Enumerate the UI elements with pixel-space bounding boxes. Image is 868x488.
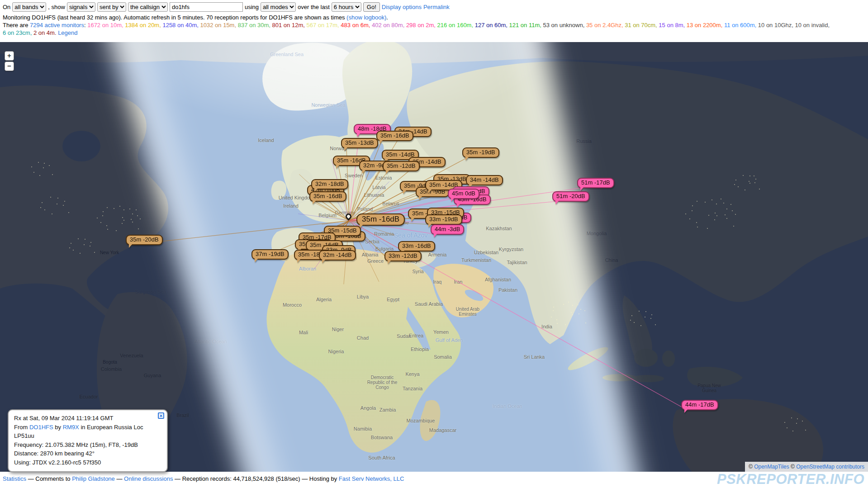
active-monitors-link[interactable]: 7294 active monitors (30, 22, 84, 28)
band-count: 298 on 2m, (406, 22, 437, 28)
zoom-in-button[interactable]: + (5, 51, 14, 61)
go-button[interactable]: Go! (363, 2, 380, 12)
band-count: 1384 on 20m, (125, 22, 162, 28)
reception-balloon[interactable]: 35m -16dB (356, 213, 405, 226)
openstreetmap-link[interactable]: OpenStreetMap contributors (796, 464, 864, 470)
on-label: On (3, 3, 10, 11)
band-count: 13 on 2200m, (687, 22, 724, 28)
band-count: 567 on 17m, (306, 22, 341, 28)
balloon-layer: 34m -14dB48m -18dB35m -16dB35m -13dB35m … (0, 42, 868, 472)
map-attribution: © OpenMapTiles © OpenStreetMap contribut… (745, 462, 868, 472)
direction-select[interactable]: sent by (97, 2, 126, 12)
from-label: From (14, 424, 29, 431)
monitoring-text-end: . (386, 14, 388, 21)
overlast-label: over the last (298, 3, 330, 11)
reception-balloon[interactable]: 37m -19dB (251, 249, 289, 260)
statistics-link[interactable]: Statistics (3, 475, 26, 482)
target-select[interactable]: the callsign (128, 2, 168, 12)
monitoring-text: Monitoring DO1HFS (last heard 32 mins ag… (3, 14, 346, 21)
reception-balloon[interactable]: 45m 0dB (448, 189, 479, 199)
popup-frequency: Frequency: 21.075.382 MHz (15m), FT8, -1… (14, 441, 161, 450)
band-counts: 1672 on 10m, 1384 on 20m, 1258 on 40m, 1… (3, 22, 830, 36)
reception-balloon[interactable]: 35m -20dB (126, 235, 163, 245)
show-select[interactable]: signals (67, 2, 95, 12)
band-count: 31 on 70cm, (625, 22, 659, 28)
band-count: 121 on 11m, (509, 22, 543, 28)
band-count: 402 on 80m, (372, 22, 406, 28)
reception-balloon[interactable]: 35m -13dB (341, 138, 378, 148)
query-toolbar: On all bands , show signals sent by the … (3, 2, 865, 12)
active-monitors-line: There are 7294 active monitors: 1672 on … (3, 21, 865, 37)
band-count: 1032 on 15m, (200, 22, 238, 28)
band-count: 1672 on 10m, (87, 22, 125, 28)
author-link[interactable]: Philip Gladstone (72, 475, 115, 482)
reception-balloon[interactable]: 34m -14dB (466, 175, 503, 185)
band-count: 11 on 600m, (724, 22, 758, 28)
band-count: 15 on 8m, (659, 22, 686, 28)
comments-label: — Comments to (26, 475, 72, 482)
monitoring-status: Monitoring DO1HFS (last heard 32 mins ag… (3, 14, 865, 21)
band-count: 127 on 60m, (475, 22, 509, 28)
monitors-pre: There are (3, 22, 30, 28)
records-value: 44,718,524,928 (518/sec) (233, 475, 300, 482)
popup-from-line: From DO1HFS by RM9X in European Russia L… (14, 423, 161, 441)
popup-distance: Distance: 2870 km bearing 42° (14, 449, 161, 458)
band-count: 53 on unknown, (543, 22, 586, 28)
permalink-link[interactable]: Permalink (423, 3, 450, 11)
band-count: 837 on 30m, (238, 22, 272, 28)
band-count: 6 on 23cm, (3, 29, 33, 36)
discussions-link[interactable]: Online discussions (124, 475, 173, 482)
reception-balloon[interactable]: 35m -16dB (376, 131, 413, 141)
band-count: 2 on 4m. (33, 29, 58, 36)
by-label: by (53, 424, 63, 431)
hosting-link[interactable]: Fast Serv Networks, LLC (339, 475, 404, 482)
openmaptiles-link[interactable]: OpenMapTiles (754, 464, 789, 470)
header: On all bands , show signals sent by the … (0, 0, 868, 37)
band-count: 1258 on 40m, (162, 22, 200, 28)
reception-balloon[interactable]: 51m -17dB (577, 178, 614, 188)
band-count: 483 on 6m, (341, 22, 372, 28)
reception-balloon[interactable]: 32m -18dB (311, 179, 348, 190)
reception-balloon[interactable]: 33m -12dB (384, 251, 422, 261)
band-select[interactable]: all bands (12, 2, 46, 12)
records-label: — Reception records: (173, 475, 233, 482)
close-icon[interactable]: ✕ (158, 412, 164, 419)
mode-select[interactable]: all modes (261, 2, 296, 12)
reception-balloon[interactable]: 35m -19dB (462, 147, 499, 158)
rx-callsign-link[interactable]: RM9X (63, 424, 79, 431)
band-count: 35 on 2.4Ghz, (586, 22, 625, 28)
reception-detail-popup: ✕ Rx at Sat, 09 Mar 2024 11:19:14 GMT Fr… (8, 409, 168, 472)
popup-rx-time: Rx at Sat, 09 Mar 2024 11:19:14 GMT (14, 414, 161, 423)
reception-balloon[interactable]: 33m -16dB (398, 241, 435, 251)
band-count: 10 on 10Ghz, (758, 22, 795, 28)
band-count: 10 on invalid, (795, 22, 830, 28)
display-options-link[interactable]: Display options (382, 3, 422, 11)
reception-balloon[interactable]: 44m -3dB (431, 224, 464, 235)
hosting-label: — Hosting by (300, 475, 339, 482)
reception-balloon[interactable]: 51m -20dB (552, 191, 589, 202)
reception-balloon[interactable]: 44m -17dB (681, 400, 718, 410)
separator: — (115, 475, 124, 482)
copyright-symbol: © (749, 464, 754, 470)
show-label: , show (48, 3, 65, 11)
tx-callsign-link[interactable]: DO1HFS (29, 424, 53, 431)
using-label: using (245, 3, 259, 11)
legend-link[interactable]: Legend (58, 29, 77, 36)
copyright-symbol-2: © (789, 464, 797, 470)
show-logbook-link[interactable]: (show logbook) (346, 14, 386, 21)
period-select[interactable]: 6 hours (332, 2, 361, 12)
band-count: 216 on 160m, (437, 22, 475, 28)
reception-balloon[interactable]: 35m -12dB (383, 161, 420, 171)
band-count: 801 on 12m, (272, 22, 307, 28)
zoom-out-button[interactable]: − (5, 62, 14, 71)
reception-balloon[interactable]: 32m -14dB (319, 250, 356, 261)
reception-balloon[interactable]: 33m -19dB (425, 214, 462, 225)
popup-software: Using: JTDX v2.2.160-rc5 57f350 (14, 458, 161, 467)
world-map[interactable]: Greenland SeaNorwegian SeaIcelandNorwayS… (0, 42, 868, 472)
callsign-input[interactable] (170, 2, 243, 12)
watermark: PSKREPORTER.INFO (717, 471, 864, 488)
reception-balloon[interactable]: 35m -16dB (309, 191, 346, 202)
